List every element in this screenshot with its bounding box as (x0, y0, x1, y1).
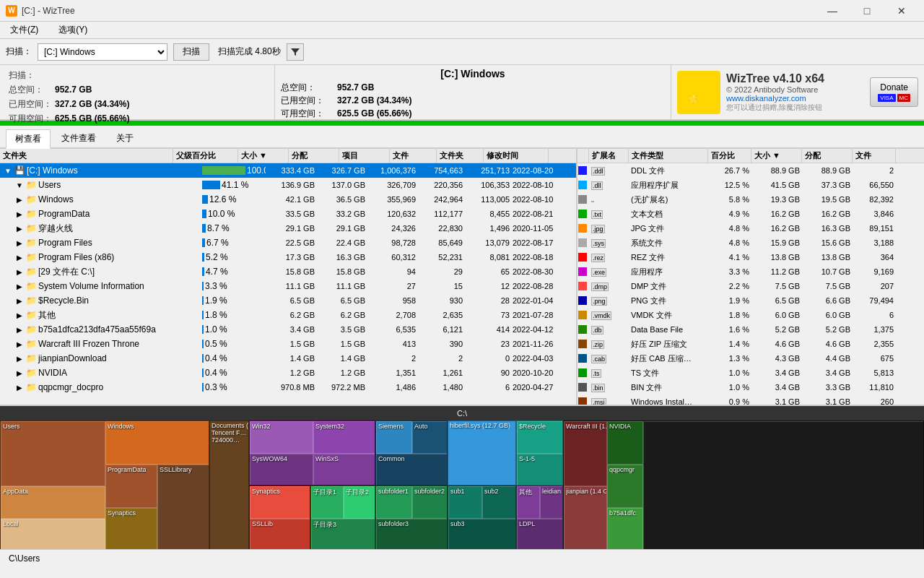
ext-col-alloc[interactable]: 分配 (802, 149, 853, 163)
treemap-sub-block[interactable]: sub1 (448, 486, 482, 519)
tree-row[interactable]: ▶ 📁 ProgramData 10.0 % 33.5 GB 33.2 GB 1… (0, 207, 576, 221)
ext-row[interactable]: .zip 好压 ZIP 压缩文 1.4 % 4.6 GB 4.6 GB 2,35… (578, 337, 924, 351)
ext-row[interactable]: .exe 应用程序 3.3 % 11.2 GB 10.7 GB 9,169 (578, 264, 924, 279)
treemap-sub-block[interactable]: 子目录1 (311, 486, 344, 519)
ext-row[interactable]: .ddl DDL 文件 26.7 % 88.9 GB 88.9 GB 2 (578, 163, 924, 178)
tree-row[interactable]: ▶ 📁 Warcraft III Frozen Throne 0.5 % 1.5… (0, 337, 576, 351)
ext-row[interactable]: .cab 好压 CAB 压缩… 1.3 % 4.3 GB 4.4 GB 675 (578, 351, 924, 366)
treemap-sub-block[interactable]: subfolder1 (376, 486, 412, 519)
tree-row[interactable]: ▶ 📁 NVIDIA 0.4 % 1.2 GB 1.2 GB 1,351 1,2… (0, 366, 576, 380)
tree-row[interactable]: ▶ 📁 Program Files 6.7 % 22.5 GB 22.4 GB … (0, 236, 576, 250)
treemap-block[interactable]: subfolder1subfolder2subfolder3 (375, 486, 448, 549)
treemap-block[interactable]: $RecycleS-1-5 (516, 420, 563, 486)
col-alloc[interactable]: 分配 (289, 149, 339, 163)
tree-row[interactable]: ▶ 📁 Windows 12.6 % 42.1 GB 36.5 GB 355,9… (0, 192, 576, 207)
treemap-sub-block[interactable]: NVIDIA (607, 421, 643, 465)
tree-row[interactable]: ▶ 📁 Program Files (x86) 5.2 % 17.3 GB 16… (0, 250, 576, 264)
treemap-sub-block[interactable]: 子目录2 (344, 486, 375, 519)
tree-row[interactable]: ▶ 📁 qqpcmgr_docpro 0.3 % 970.8 MB 972.2 … (0, 380, 576, 394)
treemap-sub-block[interactable]: SSLLib (250, 519, 310, 549)
ext-row[interactable]: .ts TS 文件 1.0 % 3.4 GB 3.4 GB 5,813 (578, 366, 924, 380)
drive-selector[interactable]: [C:] Windows (38, 43, 167, 61)
treemap-sub-block[interactable]: Siemens (376, 421, 412, 454)
donate-button[interactable]: Donate VISA MC (870, 77, 918, 107)
treemap-block[interactable]: UsersAppDataLocalWindowsProgramDataSynap… (0, 420, 209, 549)
treemap-sub-block[interactable]: leidian (540, 486, 563, 519)
tree-row[interactable]: ▶ 📁 穿越火线 8.7 % 29.1 GB 29.1 GB 24,326 22… (0, 221, 576, 236)
treemap-sub-block[interactable]: Common (376, 454, 448, 486)
col-items[interactable]: 项目 (339, 149, 390, 163)
ext-row[interactable]: .bin BIN 文件 1.0 % 3.4 GB 3.3 GB 11,810 (578, 380, 924, 394)
tree-row[interactable]: ▶ 📁 jianpianDownload 0.4 % 1.4 GB 1.4 GB… (0, 351, 576, 366)
ext-col-type[interactable]: 文件类型 (629, 149, 708, 163)
ext-row[interactable]: (无扩展名) 5.8 % 19.3 GB 19.5 GB 82,392 (578, 192, 924, 207)
treemap-sub-block[interactable]: 其他 (517, 486, 540, 519)
col-files[interactable]: 文件 (390, 149, 437, 163)
wiztree-website[interactable]: www.diskanalyzer.com (726, 94, 864, 103)
treemap-sub-block[interactable]: subfolder2 (412, 486, 448, 519)
treemap-sub-block[interactable]: LDPL (517, 519, 563, 549)
treemap-area[interactable]: UsersAppDataLocalWindowsProgramDataSynap… (0, 420, 924, 549)
ext-row[interactable]: .msi Windows Instal… 0.9 % 3.1 GB 3.1 GB… (578, 394, 924, 405)
treemap-sub-block[interactable]: S-1-5 (517, 454, 563, 486)
ext-row[interactable]: .dll 应用程序扩展 12.5 % 41.5 GB 37.3 GB 66,55… (578, 178, 924, 192)
col-folder[interactable]: 文件夹 (0, 149, 173, 163)
treemap-sub-block[interactable]: SSLLibrary (157, 465, 209, 549)
col-folders[interactable]: 文件夹 (437, 149, 484, 163)
tree-body[interactable]: ▼ 💾 [C:] Windows 100.0 % 333.4 GB 326.7 … (0, 163, 576, 405)
treemap-sub-block[interactable]: sub2 (482, 486, 516, 519)
tab-file-view[interactable]: 文件查看 (52, 129, 105, 147)
tree-row[interactable]: ▼ 📁 Users 41.1 % 136.9 GB 137.0 GB 326,7… (0, 178, 576, 192)
treemap-block[interactable]: Win32System32SysWOW64WinSxS (249, 420, 375, 486)
treemap-sub-block[interactable]: 子目录3 (311, 519, 375, 549)
ext-col-ext[interactable]: 扩展名 (589, 149, 629, 163)
treemap-block[interactable]: sub1sub2sub3 (448, 486, 516, 549)
treemap-block[interactable]: Documents (31.7 GB) Tencent F… (26.6 GB)… (209, 420, 249, 549)
treemap-sub-block[interactable]: WinSxS (313, 454, 375, 486)
ext-row[interactable]: .rez REZ 文件 4.1 % 13.8 GB 13.8 GB 364 (578, 250, 924, 264)
treemap-sub-block[interactable] (643, 421, 924, 549)
close-button[interactable]: ✕ (885, 0, 918, 22)
minimize-button[interactable]: — (816, 0, 849, 22)
treemap-sub-block[interactable]: Users (1, 421, 105, 486)
ext-row[interactable]: .dmp DMP 文件 2.2 % 7.5 GB 7.5 GB 207 (578, 279, 924, 293)
scan-button[interactable]: 扫描 (173, 43, 209, 61)
menu-file[interactable]: 文件(Z) (6, 22, 43, 38)
treemap-block[interactable]: Warcraft III (1.5 GB)jianpian (1.4 GB)NV… (563, 420, 924, 549)
treemap-sub-block[interactable]: jianpian (1.4 GB) (564, 486, 607, 549)
ext-col-size[interactable]: 大小 ▼ (751, 149, 802, 163)
treemap-sub-block[interactable]: ProgramData (105, 465, 157, 508)
menu-options[interactable]: 选项(Y) (54, 22, 92, 38)
col-pct[interactable]: 父级百分比 (173, 149, 238, 163)
ext-row[interactable]: .txt 文本文档 4.9 % 16.2 GB 16.2 GB 3,846 (578, 207, 924, 221)
treemap-sub-block[interactable]: $Recycle (517, 421, 563, 454)
tree-row[interactable]: ▶ 📁 其他 1.8 % 6.2 GB 6.2 GB 2,708 2,635 7… (0, 308, 576, 322)
treemap-sub-block[interactable]: Synaptics (105, 508, 157, 549)
treemap-block[interactable]: SynapticsSSLLib (249, 486, 310, 549)
maximize-button[interactable]: □ (850, 0, 884, 22)
treemap-sub-block[interactable]: subfolder3 (376, 519, 448, 549)
ext-row[interactable]: .sys 系统文件 4.8 % 15.9 GB 15.6 GB 3,188 (578, 236, 924, 250)
treemap-sub-block[interactable]: b75a1dfc (607, 508, 643, 549)
treemap-sub-block[interactable]: SysWOW64 (250, 454, 313, 486)
ext-row[interactable]: .vmdk VMDK 文件 1.8 % 6.0 GB 6.0 GB 6 (578, 308, 924, 322)
treemap-sub-block[interactable]: Synaptics (250, 486, 310, 519)
ext-col-pct[interactable]: 百分比 (708, 149, 751, 163)
ext-col-files[interactable]: 文件 (853, 149, 896, 163)
treemap-block[interactable]: 子目录1子目录2子目录3 (310, 486, 375, 549)
treemap-sub-block[interactable]: sub3 (448, 519, 516, 549)
col-modified[interactable]: 修改时间 (484, 149, 549, 163)
tab-about[interactable]: 关于 (107, 129, 143, 147)
treemap-sub-block[interactable]: Win32 (250, 421, 313, 454)
treemap-block[interactable]: SiemensAutoCommon (375, 420, 448, 486)
treemap-sub-block[interactable]: AppData (1, 486, 105, 519)
treemap-sub-block[interactable]: Windows (105, 421, 209, 465)
ext-row[interactable]: .db Data Base File 1.6 % 5.2 GB 5.2 GB 1… (578, 322, 924, 337)
tree-row[interactable]: ▶ 📁 [29 文件在 C:\] 4.7 % 15.8 GB 15.8 GB 9… (0, 264, 576, 279)
ext-row[interactable]: .jpg JPG 文件 4.8 % 16.2 GB 16.3 GB 89,151 (578, 221, 924, 236)
right-body[interactable]: .ddl DDL 文件 26.7 % 88.9 GB 88.9 GB 2 .dl… (578, 163, 924, 405)
tree-row[interactable]: ▼ 💾 [C:] Windows 100.0 % 333.4 GB 326.7 … (0, 163, 576, 178)
treemap-sub-block[interactable]: System32 (313, 421, 375, 454)
tree-row[interactable]: ▶ 📁 System Volume Information 3.3 % 11.1… (0, 279, 576, 293)
col-size[interactable]: 大小 ▼ (238, 149, 289, 163)
